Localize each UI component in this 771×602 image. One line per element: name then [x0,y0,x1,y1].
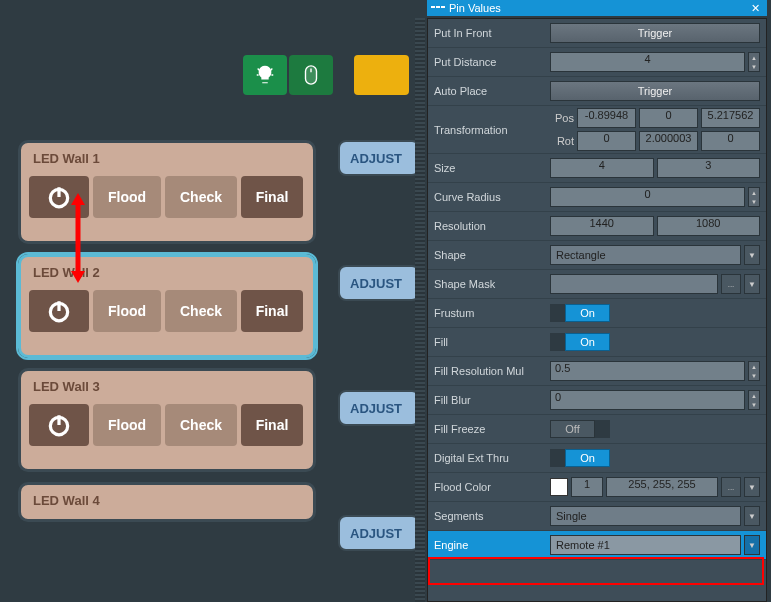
properties-panel: Put In Front Trigger Put Distance 4 ▲▼ A… [427,18,767,602]
size-h-input[interactable]: 3 [657,158,761,178]
shape-mask-select[interactable] [550,274,718,294]
spinner[interactable]: ▲▼ [748,52,760,72]
lightbulb-icon [254,64,276,86]
wall-title: LED Wall 3 [33,379,305,394]
spinner[interactable]: ▲▼ [748,390,760,410]
fill-toggle[interactable]: On [550,333,610,351]
size-w-input[interactable]: 4 [550,158,654,178]
final-button[interactable]: Final [241,404,303,446]
row-segments: Segments Single ▼ [428,502,766,531]
wall-title: LED Wall 1 [33,151,305,166]
color-swatch[interactable] [550,478,568,496]
chevron-down-icon[interactable]: ▼ [744,274,760,294]
check-button[interactable]: Check [165,290,237,332]
panel-titlebar[interactable]: Pin Values ✕ [427,0,767,16]
light-tool-button[interactable] [243,55,287,95]
wall-card-3[interactable]: LED Wall 3 Flood Check Final [18,368,316,472]
digital-ext-thru-toggle[interactable]: On [550,449,610,467]
flood-button[interactable]: Flood [93,290,161,332]
wall-title: LED Wall 4 [33,493,305,508]
panel-title-text: Pin Values [449,2,501,14]
spinner[interactable]: ▲▼ [748,361,760,381]
adjust-button-2[interactable]: ADJUST [338,265,420,301]
row-digital-ext-thru: Digital Ext Thru On [428,444,766,473]
put-in-front-trigger[interactable]: Trigger [550,23,760,43]
mouse-tool-button[interactable] [289,55,333,95]
engine-select[interactable]: Remote #1 [550,535,741,555]
row-auto-place: Auto Place Trigger [428,77,766,106]
flood-button[interactable]: Flood [93,176,161,218]
chevron-down-icon[interactable]: ▼ [744,245,760,265]
row-engine: Engine Remote #1 ▼ [428,531,766,560]
power-icon [46,298,72,324]
fill-res-mul-input[interactable]: 0.5 [550,361,745,381]
row-flood-color: Flood Color 1 255, 255, 255 ... ▼ [428,473,766,502]
more-button[interactable]: ... [721,274,741,294]
panel-icon [431,2,445,14]
pos-x-input[interactable]: -0.89948 [577,108,636,128]
left-panel: LED Wall 1 Flood Check Final ADJUST LED … [0,0,420,602]
adjust-button-4[interactable]: ADJUST [338,515,420,551]
rot-x-input[interactable]: 0 [577,131,636,151]
row-resolution: Resolution 1440 1080 [428,212,766,241]
check-button[interactable]: Check [165,176,237,218]
frustum-toggle[interactable]: On [550,304,610,322]
chevron-down-icon[interactable]: ▼ [744,535,760,555]
auto-place-trigger[interactable]: Trigger [550,81,760,101]
svg-rect-0 [306,66,317,84]
mouse-icon [300,64,322,86]
fill-blur-input[interactable]: 0 [550,390,745,410]
yellow-tool-button[interactable] [354,55,409,95]
row-fill: Fill On [428,328,766,357]
fill-freeze-toggle[interactable]: Off [550,420,610,438]
adjust-button-3[interactable]: ADJUST [338,390,420,426]
pos-y-input[interactable]: 0 [639,108,698,128]
row-frustum: Frustum On [428,299,766,328]
segments-select[interactable]: Single [550,506,741,526]
row-fill-freeze: Fill Freeze Off [428,415,766,444]
shape-select[interactable]: Rectangle [550,245,741,265]
power-button[interactable] [29,404,89,446]
adjust-button-1[interactable]: ADJUST [338,140,420,176]
curve-radius-input[interactable]: 0 [550,187,745,207]
row-fill-blur: Fill Blur 0 ▲▼ [428,386,766,415]
flood-color-rgb[interactable]: 255, 255, 255 [606,477,718,497]
wall-card-1[interactable]: LED Wall 1 Flood Check Final [18,140,316,244]
toolbar [243,55,333,95]
wall-card-2[interactable]: LED Wall 2 Flood Check Final [18,254,316,358]
wall-card-4[interactable]: LED Wall 4 [18,482,316,522]
power-icon [46,412,72,438]
row-shape-mask: Shape Mask ... ▼ [428,270,766,299]
flood-color-alpha[interactable]: 1 [571,477,603,497]
spinner[interactable]: ▲▼ [748,187,760,207]
row-put-distance: Put Distance 4 ▲▼ [428,48,766,77]
res-w-input[interactable]: 1440 [550,216,654,236]
row-fill-res-mul: Fill Resolution Mul 0.5 ▲▼ [428,357,766,386]
row-curve-radius: Curve Radius 0 ▲▼ [428,183,766,212]
chevron-down-icon[interactable]: ▼ [744,477,760,497]
wall-title: LED Wall 2 [33,265,305,280]
flood-button[interactable]: Flood [93,404,161,446]
close-icon[interactable]: ✕ [748,2,763,15]
panel-resize-handle[interactable] [415,18,425,602]
row-shape: Shape Rectangle ▼ [428,241,766,270]
row-transformation: Transformation Pos -0.89948 0 5.217562 R… [428,106,766,154]
put-distance-input[interactable]: 4 [550,52,745,72]
power-button[interactable] [29,176,89,218]
pos-z-input[interactable]: 5.217562 [701,108,760,128]
power-icon [46,184,72,210]
row-size: Size 4 3 [428,154,766,183]
final-button[interactable]: Final [241,290,303,332]
res-h-input[interactable]: 1080 [657,216,761,236]
row-put-in-front: Put In Front Trigger [428,19,766,48]
rot-y-input[interactable]: 2.000003 [639,131,698,151]
chevron-down-icon[interactable]: ▼ [744,506,760,526]
final-button[interactable]: Final [241,176,303,218]
check-button[interactable]: Check [165,404,237,446]
more-button[interactable]: ... [721,477,741,497]
power-button[interactable] [29,290,89,332]
rot-z-input[interactable]: 0 [701,131,760,151]
